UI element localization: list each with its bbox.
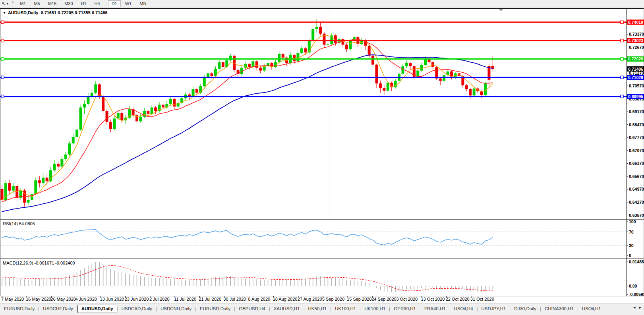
- rsi-panel: [0, 230, 627, 245]
- tab-china300-h1[interactable]: CHINA300,H1: [541, 305, 578, 313]
- tab-dj30-daily[interactable]: DJ30,Daily: [510, 305, 540, 313]
- cursor-icon[interactable]: ↖: [0, 0, 6, 7]
- macd-panel-separator[interactable]: [0, 258, 644, 259]
- line-handle[interactable]: [1, 95, 4, 98]
- tab-usoil-h4[interactable]: USOil,H4: [450, 305, 477, 313]
- price-line-label-0.69995: 0.69995: [627, 94, 644, 99]
- candle-body: [27, 200, 30, 203]
- tab-usdcad-daily[interactable]: USDCAD,Daily: [118, 305, 156, 313]
- candle-body: [409, 63, 412, 66]
- candle-body: [311, 29, 314, 41]
- timeframe-button-w1[interactable]: W1: [122, 0, 135, 7]
- candle-body: [139, 117, 142, 122]
- price-tick-label: 0.67070: [629, 148, 644, 153]
- line-handle[interactable]: [621, 39, 623, 42]
- tab-usdcnh-daily[interactable]: USDCNH,Daily: [157, 305, 195, 313]
- tab-gbpusd-h4[interactable]: GBPUSD,H4: [235, 305, 269, 313]
- tab-usoil-h1[interactable]: USOil,H1: [578, 305, 605, 313]
- price-tick-label: 0.69170: [629, 109, 644, 114]
- tab-uk100-h1[interactable]: UK100,H1: [360, 305, 389, 313]
- rsi-tick-label: 70: [629, 230, 634, 234]
- candle-body: [75, 129, 78, 137]
- candle-body: [296, 53, 299, 61]
- macd-indicator-label: MACD(12,26,9) -0.001671 -0.002409: [3, 261, 75, 265]
- price-tick-label: 0.73370: [629, 32, 644, 37]
- candle-body: [304, 48, 307, 52]
- tab-fra40-h1[interactable]: FRA40,H1: [420, 305, 450, 313]
- candle-body: [91, 93, 93, 96]
- moving-average-13: [2, 39, 493, 202]
- timeframe-button-m5[interactable]: M5: [30, 0, 43, 7]
- timeframe-button-m30[interactable]: M30: [61, 0, 76, 7]
- candle-body: [375, 65, 378, 83]
- chart-canvas[interactable]: 0.733700.726700.719700.712700.705700.698…: [0, 0, 644, 303]
- tab-scroll-left-icon[interactable]: ◄: [631, 305, 637, 309]
- candle-body: [248, 64, 251, 67]
- candle-body: [300, 48, 303, 53]
- candle-body: [173, 99, 176, 107]
- line-handle[interactable]: [1, 58, 4, 60]
- timeframe-button-h1[interactable]: H1: [77, 0, 90, 7]
- candle-body: [473, 89, 476, 96]
- moving-average-5: [2, 35, 493, 200]
- line-handle[interactable]: [621, 95, 623, 98]
- tab-audusd-daily[interactable]: AUDUSD,Daily: [77, 305, 117, 313]
- tab-eurusd-daily[interactable]: EURUSD,Daily: [0, 305, 39, 313]
- symbol-dropdown-icon[interactable]: ▼: [3, 11, 8, 15]
- date-label: 15 Sep 2020: [347, 297, 371, 301]
- tab-hk50-h1[interactable]: HK50,H1: [304, 305, 331, 313]
- toolbar-grip[interactable]: [12, 1, 14, 6]
- line-handle[interactable]: [621, 58, 623, 60]
- svg-text:0.72026: 0.72026: [628, 56, 643, 61]
- tab-usdjpy-h1[interactable]: USDJPY,H1: [478, 305, 510, 313]
- tab-xauusd-h1[interactable]: XAUUSD,H1: [270, 305, 304, 313]
- line-handle[interactable]: [1, 39, 4, 42]
- candle-body: [345, 44, 348, 49]
- candle-body: [12, 186, 15, 191]
- candle-body: [60, 159, 63, 167]
- tab-usdchf-daily[interactable]: USDCHF,Daily: [39, 305, 77, 313]
- svg-text:0.69995: 0.69995: [628, 94, 643, 99]
- candle-body: [211, 73, 213, 76]
- horizontal-line-0.71029[interactable]: [0, 76, 627, 79]
- rsi-panel-separator[interactable]: [0, 219, 644, 220]
- rsi-name: RSI(14): [3, 221, 18, 226]
- chart-shift-marker[interactable]: [499, 9, 503, 11]
- line-handle[interactable]: [621, 21, 623, 23]
- line-handle[interactable]: [1, 21, 4, 23]
- timeframe-button-d1[interactable]: D1: [108, 0, 121, 7]
- tab-scroll-arrows: ◄►: [630, 305, 643, 309]
- candle-body: [203, 77, 206, 86]
- candle-body: [46, 178, 48, 181]
- date-label: 8 Aug 2020: [248, 297, 271, 301]
- candle-body: [1, 189, 4, 200]
- date-label: 27 Aug 2020: [298, 297, 322, 301]
- date-label: 24 Sep 2020: [371, 297, 396, 301]
- horizontal-line-0.69995[interactable]: [0, 95, 627, 98]
- macd-tick-label: 0.014861: [629, 259, 644, 264]
- timeframe-button-m15[interactable]: M15: [44, 0, 60, 7]
- timeframe-button-h4[interactable]: H4: [91, 0, 104, 7]
- line-handle[interactable]: [1, 76, 4, 79]
- candle-body: [278, 54, 280, 62]
- candle-body: [106, 111, 108, 122]
- tab-scroll-right-icon[interactable]: ►: [637, 305, 643, 309]
- candle-body: [383, 88, 385, 91]
- line-handle[interactable]: [621, 76, 623, 79]
- candle-body: [154, 108, 157, 111]
- macd-tick-label: -0.005938: [629, 292, 644, 297]
- date-axis[interactable]: 7 May 202016 May 202026 May 20204 Jun 20…: [1, 296, 494, 301]
- tab-uk100-h1[interactable]: UK100,H1: [331, 305, 360, 313]
- tab-eurusd-daily[interactable]: EURUSD,Daily: [196, 305, 234, 313]
- date-label: 18 Aug 2020: [273, 297, 298, 301]
- candle-body: [465, 85, 468, 89]
- timeframe-button-mn[interactable]: MN: [136, 0, 150, 7]
- date-label: 22 Oct 2020: [446, 297, 470, 301]
- tab-ger30-h1[interactable]: GER30,H1: [390, 305, 420, 313]
- timeframe-button-m1[interactable]: M1: [16, 0, 29, 7]
- macd-tick-label: 0.00: [629, 284, 637, 288]
- price-tick-label: 0.63570: [629, 213, 644, 218]
- chevron-down-icon[interactable]: ▼: [6, 2, 10, 5]
- horizontal-line-0.74019[interactable]: [0, 21, 627, 23]
- horizontal-line-0.72026[interactable]: [0, 58, 627, 60]
